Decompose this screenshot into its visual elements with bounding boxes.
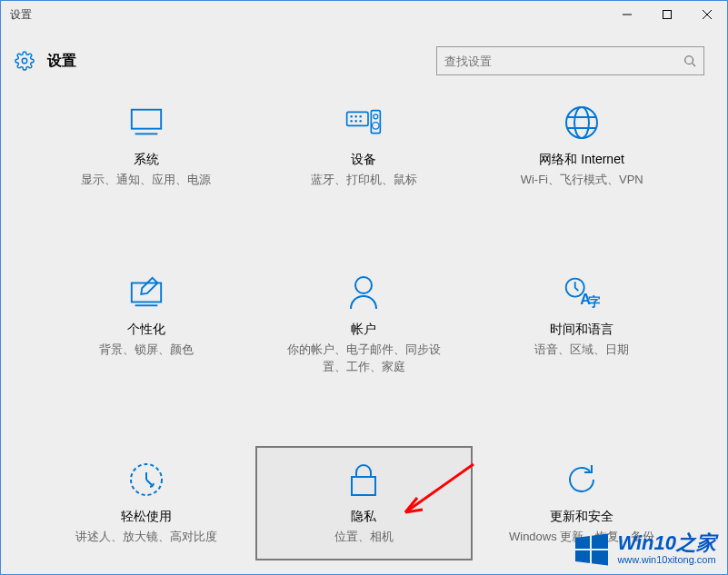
tile-title: 更新和安全 xyxy=(550,509,613,525)
svg-point-1 xyxy=(685,56,693,64)
time-language-icon: A字 xyxy=(563,274,600,311)
tile-desc: 蓝牙、打印机、鼠标 xyxy=(311,171,417,189)
globe-icon xyxy=(563,104,600,141)
tile-accounts[interactable]: 帐户 你的帐户、电子邮件、同步设置、工作、家庭 xyxy=(255,259,474,392)
minimize-icon xyxy=(623,10,632,19)
svg-point-4 xyxy=(351,115,354,117)
content-area: 设置 系统 显示、通知、应用、电源 设备 xyxy=(1,28,727,574)
ease-of-access-icon xyxy=(128,461,165,498)
tile-desc: 讲述人、放大镜、高对比度 xyxy=(75,528,217,546)
svg-rect-0 xyxy=(663,11,672,19)
window-title: 设置 xyxy=(10,7,607,23)
tile-title: 隐私 xyxy=(351,509,376,525)
tile-desc: 位置、相机 xyxy=(334,528,394,546)
gear-icon xyxy=(15,51,35,71)
page-title: 设置 xyxy=(47,52,76,71)
svg-point-8 xyxy=(355,120,358,123)
svg-point-12 xyxy=(373,123,380,130)
maximize-button[interactable] xyxy=(647,1,687,28)
personalization-icon xyxy=(128,274,165,311)
tile-desc: 语音、区域、日期 xyxy=(534,341,629,359)
tile-title: 个性化 xyxy=(127,322,165,338)
svg-point-13 xyxy=(566,107,597,138)
svg-point-14 xyxy=(574,107,589,138)
svg-point-7 xyxy=(351,120,354,123)
tile-system[interactable]: 系统 显示、通知、应用、电源 xyxy=(37,89,255,204)
tile-desc: Windows 更新、恢复、备份 xyxy=(509,528,654,546)
tile-title: 设备 xyxy=(351,152,376,168)
svg-point-5 xyxy=(355,115,358,117)
tile-timelang[interactable]: A字 时间和语言 语音、区域、日期 xyxy=(473,259,691,392)
tile-desc: 背景、锁屏、颜色 xyxy=(99,341,194,359)
svg-rect-2 xyxy=(132,110,161,129)
svg-rect-21 xyxy=(352,477,375,495)
tile-title: 帐户 xyxy=(351,322,376,338)
tile-update[interactable]: 更新和安全 Windows 更新、恢复、备份 xyxy=(473,446,691,561)
tile-desc: 你的帐户、电子邮件、同步设置、工作、家庭 xyxy=(286,341,441,376)
tile-devices[interactable]: 设备 蓝牙、打印机、鼠标 xyxy=(255,89,474,204)
tile-title: 轻松使用 xyxy=(121,509,172,525)
window-controls xyxy=(607,1,727,28)
tile-desc: Wi-Fi、飞行模式、VPN xyxy=(521,171,643,189)
tiles-scroll[interactable]: 系统 显示、通知、应用、电源 设备 蓝牙、打印机、鼠标 网络和 Internet… xyxy=(1,89,727,571)
person-icon xyxy=(345,274,382,311)
tile-title: 网络和 Internet xyxy=(539,152,623,168)
svg-rect-3 xyxy=(347,112,368,125)
lock-icon xyxy=(345,461,382,498)
svg-point-11 xyxy=(374,114,378,119)
svg-point-6 xyxy=(360,115,363,117)
tiles-grid: 系统 显示、通知、应用、电源 设备 蓝牙、打印机、鼠标 网络和 Internet… xyxy=(1,89,727,571)
devices-icon xyxy=(345,104,382,141)
search-input[interactable] xyxy=(444,55,683,68)
search-box[interactable] xyxy=(436,46,704,75)
update-icon xyxy=(563,461,600,498)
search-icon xyxy=(683,55,696,67)
close-icon xyxy=(703,10,712,19)
svg-point-16 xyxy=(355,277,372,293)
tile-privacy[interactable]: 隐私 位置、相机 xyxy=(255,446,474,561)
header-left: 设置 xyxy=(15,51,76,71)
tile-title: 时间和语言 xyxy=(550,322,613,338)
maximize-icon xyxy=(663,10,672,19)
svg-point-9 xyxy=(360,120,363,123)
tile-desc: 显示、通知、应用、电源 xyxy=(81,171,211,189)
titlebar: 设置 xyxy=(1,1,727,28)
minimize-button[interactable] xyxy=(607,1,647,28)
tile-ease[interactable]: 轻松使用 讲述人、放大镜、高对比度 xyxy=(37,446,255,561)
close-button[interactable] xyxy=(687,1,727,28)
display-icon xyxy=(128,104,165,141)
tile-personalization[interactable]: 个性化 背景、锁屏、颜色 xyxy=(37,259,255,392)
tile-network[interactable]: 网络和 Internet Wi-Fi、飞行模式、VPN xyxy=(473,89,691,204)
svg-text:字: 字 xyxy=(588,293,600,308)
header-row: 设置 xyxy=(1,28,727,89)
tile-title: 系统 xyxy=(134,152,159,168)
svg-rect-15 xyxy=(132,283,161,302)
